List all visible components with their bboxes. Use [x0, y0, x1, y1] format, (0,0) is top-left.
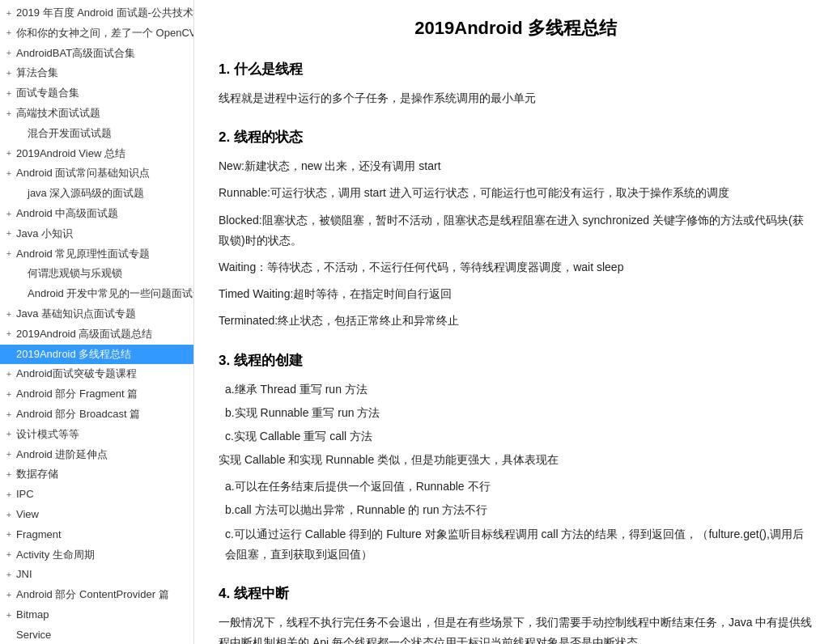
content-para-sec-2-1: Runnable:可运行状态，调用 start 进入可运行状态，可能运行也可能没… [219, 183, 813, 203]
sidebar-item-label: Android 进阶延伸点 [16, 447, 108, 464]
toggle-icon: + [3, 6, 15, 21]
sidebar-item-label: 数据存储 [16, 466, 58, 483]
sidebar-item-item-23[interactable]: +Android 进阶延伸点 [0, 445, 193, 465]
toggle-icon: + [3, 568, 15, 583]
sidebar-item-item-15[interactable]: Android 开发中常见的一些问题面试专题 [0, 284, 193, 304]
toggle-icon: + [3, 447, 15, 462]
sidebar-item-item-1[interactable]: +2019 年百度 Android 面试题-公共技术点 [0, 3, 193, 23]
sidebar-item-label: 面试专题合集 [16, 85, 79, 102]
toggle-icon: + [3, 307, 15, 322]
sidebar-item-label: 高端技术面试试题 [16, 105, 100, 122]
section-heading-sec-1: 1. 什么是线程 [219, 60, 813, 78]
toggle-icon: + [3, 26, 15, 40]
sidebar-item-label: 设计模式等等 [16, 426, 79, 443]
sidebar-item-label: 2019Android 多线程总结 [16, 346, 131, 363]
sidebar-item-item-27[interactable]: +Fragment [0, 525, 193, 545]
content-para-sec-3-4: a.可以在任务结束后提供一个返回值，Runnable 不行 [219, 477, 813, 497]
main-content: 2019Android 多线程总结 1. 什么是线程线程就是进程中运行的多个子任… [194, 0, 837, 644]
sidebar-item-label: Android 常见原理性面试专题 [16, 246, 150, 263]
toggle-icon: + [3, 427, 15, 442]
sidebar-item-item-13[interactable]: +Android 常见原理性面试专题 [0, 244, 193, 265]
sidebar-item-item-19[interactable]: +Android面试突破专题课程 [0, 364, 193, 384]
sidebar-item-item-31[interactable]: +Bitmap [0, 605, 193, 625]
toggle-icon: + [3, 46, 15, 61]
sidebar-item-item-18[interactable]: 2019Android 多线程总结 [0, 345, 193, 365]
sidebar-item-label: Service [16, 627, 51, 644]
sidebar-item-item-10[interactable]: java 深入源码级的面试题 [0, 184, 193, 204]
sidebar-item-item-16[interactable]: +Java 基础知识点面试专题 [0, 304, 193, 324]
toggle-icon: + [3, 146, 15, 161]
sidebar-item-item-3[interactable]: +AndroidBAT高级面试合集 [0, 44, 193, 64]
sidebar-item-label: Java 基础知识点面试专题 [16, 306, 136, 323]
content-para-sec-3-6: c.可以通过运行 Callable 得到的 Fulture 对象监听目标线程调用… [219, 524, 813, 565]
toggle-icon: + [3, 207, 15, 222]
content-para-sec-1-0: 线程就是进程中运行的多个子任务，是操作系统调用的最小单元 [219, 88, 813, 108]
page-title: 2019Android 多线程总结 [219, 16, 813, 40]
toggle-icon: + [3, 488, 15, 502]
sidebar-item-label: Android 部分 Fragment 篇 [16, 386, 138, 403]
section-heading-sec-2: 2. 线程的状态 [219, 128, 813, 146]
sidebar-item-label: Activity 生命周期 [16, 547, 95, 564]
toggle-icon: + [3, 408, 15, 422]
sidebar-item-item-20[interactable]: +Android 部分 Fragment 篇 [0, 384, 193, 405]
toggle-icon: + [3, 388, 15, 402]
sidebar-item-item-24[interactable]: +数据存储 [0, 464, 193, 485]
sidebar-item-label: Fragment [16, 527, 62, 544]
toggle-icon: + [3, 367, 15, 382]
sidebar-item-label: 2019 年百度 Android 面试题-公共技术点 [16, 5, 194, 22]
toggle-icon: + [3, 167, 15, 181]
sidebar-item-label: AndroidBAT高级面试合集 [16, 45, 135, 62]
toggle-icon: + [3, 548, 15, 562]
sidebar-item-label: Bitmap [16, 607, 49, 624]
sidebar-item-label: Android 部分 Broadcast 篇 [16, 406, 140, 423]
sidebar-item-item-21[interactable]: +Android 部分 Broadcast 篇 [0, 405, 193, 425]
toggle-icon: + [3, 66, 15, 81]
sidebar-item-item-11[interactable]: +Android 中高级面试题 [0, 204, 193, 224]
sidebar-item-label: Android 中高级面试题 [16, 205, 118, 222]
sidebar: +2019 年百度 Android 面试题-公共技术点+你和你的女神之间，差了一… [0, 0, 194, 644]
toggle-icon: + [3, 588, 15, 603]
sidebar-item-item-30[interactable]: +Android 部分 ContentProvider 篇 [0, 585, 193, 605]
sidebar-item-label: View [16, 506, 39, 523]
sidebar-item-item-17[interactable]: +2019Android 高级面试题总结 [0, 324, 193, 345]
sidebar-item-item-2[interactable]: +你和你的女神之间，差了一个 OpenCV 口 [0, 23, 193, 44]
content-para-sec-3-0: a.继承 Thread 重写 run 方法 [219, 379, 813, 400]
sidebar-item-item-25[interactable]: +IPC [0, 485, 193, 505]
toggle-icon: + [3, 608, 15, 623]
sidebar-item-item-4[interactable]: +算法合集 [0, 63, 193, 83]
sidebar-item-item-28[interactable]: +Activity 生命周期 [0, 545, 193, 566]
content-para-sec-2-4: Timed Waiting:超时等待，在指定时间自行返回 [219, 284, 813, 304]
sidebar-item-item-5[interactable]: +面试专题合集 [0, 83, 193, 104]
sidebar-item-label: Android面试突破专题课程 [16, 366, 137, 383]
toggle-icon: + [3, 527, 15, 542]
sidebar-item-item-12[interactable]: +Java 小知识 [0, 224, 193, 244]
sidebar-item-label: 你和你的女神之间，差了一个 OpenCV 口 [16, 25, 194, 42]
sidebar-item-item-9[interactable]: +Android 面试常问基础知识点 [0, 163, 193, 184]
sidebar-item-item-22[interactable]: +设计模式等等 [0, 425, 193, 445]
sidebar-item-item-6[interactable]: +高端技术面试试题 [0, 104, 193, 124]
sidebar-item-label: 何谓悲观锁与乐观锁 [28, 265, 122, 282]
toggle-icon: + [3, 227, 15, 241]
content-para-sec-2-2: Blocked:阻塞状态，被锁阻塞，暂时不活动，阻塞状态是线程阻塞在进入 syn… [219, 210, 813, 251]
sidebar-item-label: java 深入源码级的面试题 [28, 185, 144, 202]
sidebar-item-item-26[interactable]: +View [0, 505, 193, 525]
sidebar-item-label: Android 部分 ContentProvider 篇 [16, 587, 169, 604]
sidebar-item-label: Android 开发中常见的一些问题面试专题 [28, 286, 194, 303]
sidebar-item-item-29[interactable]: +JNI [0, 565, 193, 585]
toggle-icon: + [3, 247, 15, 261]
toggle-icon: + [3, 508, 15, 523]
sidebar-item-item-14[interactable]: 何谓悲观锁与乐观锁 [0, 264, 193, 284]
sidebar-item-label: 2019Android View 总结 [16, 146, 125, 163]
toggle-icon: + [3, 468, 15, 482]
content-para-sec-3-5: b.call 方法可以抛出异常，Runnable 的 run 方法不行 [219, 500, 813, 520]
content-para-sec-4-0: 一般情况下，线程不执行完任务不会退出，但是在有些场景下，我们需要手动控制线程中断… [219, 612, 813, 644]
toggle-icon: + [3, 327, 15, 341]
content-para-sec-2-0: New:新建状态，new 出来，还没有调用 start [219, 156, 813, 176]
toggle-icon: + [3, 107, 15, 121]
section-heading-sec-3: 3. 线程的创建 [219, 351, 813, 370]
sidebar-item-item-32[interactable]: Service [0, 625, 193, 644]
sidebar-item-label: IPC [16, 486, 34, 503]
sidebar-item-item-8[interactable]: +2019Android View 总结 [0, 144, 193, 164]
content-para-sec-3-3: 实现 Callable 和实现 Runnable 类似，但是功能更强大，具体表现… [219, 450, 813, 470]
sidebar-item-item-7[interactable]: 混合开发面试试题 [0, 124, 193, 144]
